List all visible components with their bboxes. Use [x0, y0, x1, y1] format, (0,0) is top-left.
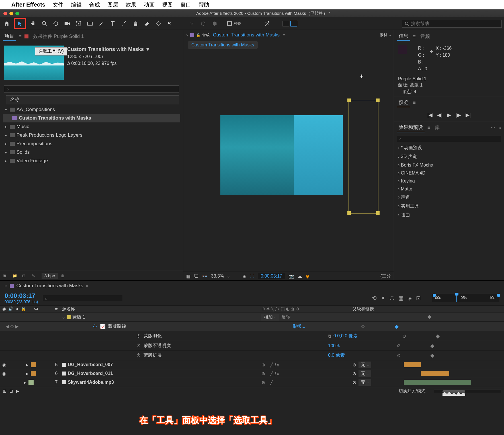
play-button[interactable]: ▶ [447, 112, 451, 118]
effect-category[interactable]: 3D 声道 [394, 152, 504, 161]
tree-item-folder[interactable]: ▸Peak Productions Logo Layers [3, 131, 180, 139]
brush-tool[interactable] [120, 19, 129, 28]
mask-invert[interactable]: 反转 [281, 315, 290, 319]
camera-tool[interactable] [63, 19, 72, 28]
mask-feather-value[interactable]: 0.0,0.0 像素 [333, 333, 396, 339]
more-icon[interactable]: ⋮ [490, 125, 496, 130]
tab-libraries[interactable]: 库 [433, 123, 441, 132]
visibility-toggle[interactable]: ◉ [2, 371, 7, 376]
playhead[interactable] [456, 294, 457, 302]
nav-keys[interactable]: ◀ ◇ ▶ ⏱📈蒙版路径形状...⊘ [0, 322, 504, 331]
last-frame-button[interactable]: ▶| [466, 112, 471, 118]
tree-item-comp[interactable]: Custom Transitions with Masks [3, 114, 180, 122]
help-search-input[interactable] [411, 21, 499, 26]
effect-category[interactable]: Boris FX Mocha [394, 161, 504, 169]
layer-bar[interactable] [404, 362, 421, 367]
interpret-footage-icon[interactable]: ⊞ [3, 274, 10, 278]
new-folder-icon[interactable]: 📁 [13, 274, 19, 278]
layer-row[interactable]: ▸ 7 Skyward4Adobe.mp3 ⊕ ╱ ⊘无 [0, 378, 504, 387]
link-icon[interactable]: ⊘ [357, 324, 369, 329]
eraser-tool[interactable] [142, 19, 151, 28]
footage-tab[interactable]: 素材 [380, 32, 387, 38]
composition-viewer[interactable]: + [183, 50, 394, 272]
tl-icon-2[interactable]: ✦ [381, 295, 386, 301]
col-source-name[interactable]: 源名称 [62, 306, 261, 312]
first-frame-button[interactable]: |◀ [427, 112, 433, 118]
graph-tool-3[interactable]: ⬢ [210, 19, 219, 28]
viewer-timecode[interactable]: 0:00:03:17 [258, 273, 285, 279]
col-label-icon[interactable]: 🏷 [34, 306, 38, 312]
tree-item-folder[interactable]: ▸Solids [3, 148, 180, 157]
layer-row-mask[interactable]: ⌵蒙版 1 相加 反转 [0, 313, 504, 322]
effects-search[interactable] [397, 136, 501, 142]
wand-icon[interactable] [263, 19, 272, 28]
close-tab-icon[interactable]: × [5, 284, 7, 288]
rotation-tool[interactable] [51, 19, 60, 28]
stopwatch-icon[interactable]: ⏱ [136, 334, 141, 339]
tl-footer-icon[interactable]: ⊡ [9, 389, 13, 394]
tree-item-folder[interactable]: ▸Music [3, 122, 180, 131]
visibility-toggle[interactable]: ◉ [2, 362, 7, 368]
panel-menu-icon[interactable]: ≡ [86, 284, 88, 288]
panel-menu-icon[interactable]: ≡ [19, 34, 22, 39]
comp-canvas[interactable] [220, 115, 343, 195]
link-icon[interactable]: ⊘ [353, 380, 356, 385]
lock-icon[interactable]: 🔒 [196, 33, 200, 37]
timeline-timecode[interactable]: 0:00:03:17 [5, 292, 38, 299]
tl-footer-icon[interactable]: ▶ [16, 389, 19, 394]
workspace-icon-1[interactable] [282, 21, 289, 26]
timeline-search[interactable] [43, 295, 122, 301]
col-parent[interactable]: 父级和链接 [353, 306, 502, 312]
puppet-pin-tool[interactable] [165, 19, 174, 28]
zoom-level[interactable]: 33.3% [211, 274, 224, 279]
timeline-ruler[interactable]: 00s 05s 10s [432, 294, 499, 302]
home-button[interactable] [2, 19, 11, 28]
expand-icon[interactable]: » [499, 125, 501, 131]
mask-icon[interactable]: 👓 [202, 274, 208, 279]
layer-row[interactable]: ◉▸ 5 DG_Hoverboard_007 ⊕ ╱ ƒх ⊘无 [0, 360, 504, 369]
menu-help[interactable]: 帮助 [198, 1, 209, 9]
col-lock-icon[interactable]: 🔒 [21, 306, 26, 312]
zoom-tool[interactable] [40, 19, 49, 28]
pan-behind-tool[interactable] [74, 19, 83, 28]
adjust-icon[interactable]: ✎ [32, 274, 39, 278]
mask-expansion-value[interactable]: 0.0 像素 [328, 352, 391, 358]
hand-tool[interactable] [28, 19, 38, 28]
share-icon[interactable]: ☁ [298, 274, 302, 279]
tab-info[interactable]: 信息 [397, 32, 410, 41]
comp-name[interactable]: Custom Transitions with Masks ▼ [67, 46, 150, 53]
link-icon[interactable]: ⊘ [393, 353, 404, 358]
parent-dropdown[interactable]: 无 [358, 379, 371, 386]
menu-animation[interactable]: 动画 [144, 1, 155, 9]
menu-layer[interactable]: 图层 [107, 1, 118, 9]
menu-file[interactable]: 文件 [53, 1, 63, 9]
tree-item-folder[interactable]: ▸Video Footage [3, 157, 180, 165]
stopwatch-icon[interactable]: ⏱ [93, 324, 98, 329]
effects-search-input[interactable] [399, 137, 499, 141]
comp-tab-name[interactable]: Custom Transitions with Masks [211, 32, 281, 38]
clone-stamp-tool[interactable] [131, 19, 140, 28]
toggle-switches-modes[interactable]: 切换开关/模式 [399, 388, 425, 394]
color-mgmt-icon[interactable]: ◉ [306, 274, 310, 279]
project-search-input[interactable] [7, 87, 177, 91]
view-layout[interactable]: (三分 [380, 273, 391, 279]
mask-opacity-value[interactable]: 100% [328, 343, 391, 348]
tab-preview[interactable]: 预览 [397, 98, 410, 107]
menu-view[interactable]: 视图 [162, 1, 173, 9]
zoom-window-button[interactable] [15, 12, 19, 15]
pen-tool[interactable] [97, 19, 106, 28]
menu-edit[interactable]: 编辑 [71, 1, 82, 9]
res-icon[interactable]: ▦ [186, 274, 190, 279]
snapshot-icon[interactable]: 📷 [288, 274, 294, 279]
tl-icon-4[interactable]: ▦ [398, 295, 404, 301]
tab-project[interactable]: 项目 [3, 32, 16, 41]
close-tab-icon[interactable]: × [186, 33, 189, 37]
effect-category[interactable]: 实用工具 [394, 202, 504, 211]
mask-prop-row[interactable]: ⏱蒙版不透明度100%⊘ [0, 341, 504, 351]
effect-category[interactable]: * 动画预设 [394, 143, 504, 152]
timeline-comp-name[interactable]: Custom Transitions with Masks [17, 283, 83, 289]
mask-selection-box[interactable] [349, 100, 378, 214]
graph-icon[interactable]: 📈 [100, 324, 106, 329]
col-visibility-icon[interactable]: ◉ [2, 306, 6, 312]
new-comp-icon[interactable]: ⊡ [22, 274, 29, 278]
